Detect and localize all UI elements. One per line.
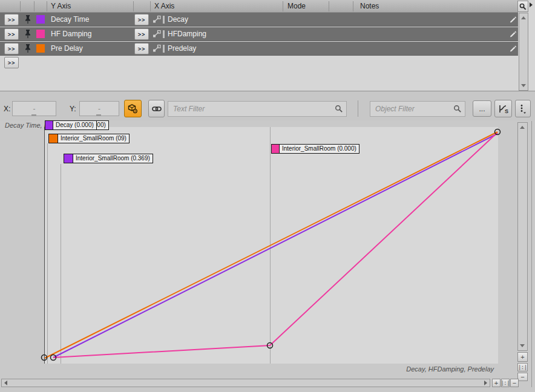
point-label[interactable]: Interior_SmallRoom (09): [48, 134, 130, 143]
zoom-in-y-button[interactable]: +: [517, 352, 528, 362]
fit-glyph: |:|: [501, 381, 510, 386]
graph-vertical-scrollbar[interactable]: [517, 122, 528, 351]
rtpc-curve[interactable]: [45, 132, 497, 358]
rtpc-curves-canvas[interactable]: [0, 0, 535, 392]
fit-glyph: |:|: [518, 365, 527, 370]
point-label[interactable]: Interior_SmallRoom (0.000): [271, 144, 359, 154]
scroll-right-icon[interactable]: [484, 381, 487, 385]
point-label-text: Interior_SmallRoom (09): [57, 134, 130, 143]
scroll-down-icon[interactable]: [520, 344, 525, 347]
point-label-text: Interior_SmallRoom (0.369): [73, 154, 153, 163]
label-color-chip: [64, 154, 73, 163]
point-label[interactable]: Decay (0.000): [45, 120, 97, 130]
point-label-text: Decay (0.000): [53, 120, 97, 130]
fit-x-button[interactable]: |:|: [501, 379, 510, 387]
point-label[interactable]: Interior_SmallRoom (0.369): [64, 154, 153, 163]
zoom-in-x-button[interactable]: +: [492, 379, 501, 387]
graph-horizontal-scrollbar[interactable]: [1, 379, 490, 387]
label-color-chip: [271, 144, 279, 154]
label-color-chip: [48, 134, 57, 143]
point-label-text: Interior_SmallRoom (0.000): [279, 144, 359, 154]
zoom-out-x-button[interactable]: −: [510, 379, 519, 387]
multi-curve-editor-window: Y Axis X Axis Mode Notes >>: [0, 0, 535, 392]
zoom-out-y-button[interactable]: −: [517, 373, 528, 381]
scroll-left-icon[interactable]: [4, 381, 7, 385]
scroll-up-icon[interactable]: [520, 126, 525, 129]
rtpc-curve[interactable]: [53, 134, 497, 358]
label-color-chip: [45, 120, 53, 130]
fit-y-button[interactable]: |:|: [517, 363, 528, 371]
